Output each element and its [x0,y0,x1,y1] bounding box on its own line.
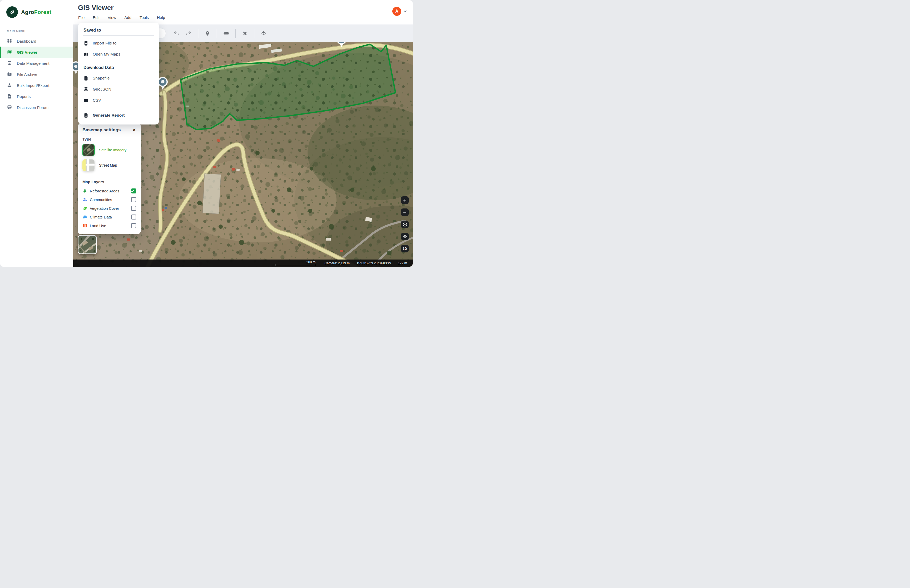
sidebar-item-label: Bulk Import/Export [17,83,49,88]
compass-button[interactable] [401,221,409,228]
scale-bar-bracket [275,264,316,266]
zoom-out-button[interactable] [401,208,409,216]
coordinates: 15°03'59"N 23°34'03"W [357,262,391,265]
avatar[interactable]: A [392,7,401,16]
layer-climate-data[interactable]: Climate Data [82,213,136,221]
menu-item-generate-report[interactable]: Generate Report [84,110,154,121]
page-title: GIS Viewer [78,4,113,12]
sidebar-item-discussion-forum[interactable]: Discussion Forum [0,102,73,113]
basemap-type-street[interactable]: Street Map [82,159,136,171]
plus-icon [403,198,407,202]
menu-help[interactable]: Help [157,15,165,20]
add-pin-button[interactable] [202,28,212,39]
layers-button[interactable] [259,28,268,39]
pin-icon [205,31,210,36]
menu-edit[interactable]: Edit [93,15,100,20]
sidebar-item-gis-viewer[interactable]: GIS Viewer [0,47,73,58]
leaf-icon [82,206,87,211]
menu-item-geojson[interactable]: GeoJSON [84,84,154,95]
chat-icon [7,105,12,110]
draw-tools-button[interactable] [240,28,250,39]
checkbox-climate-data[interactable] [131,215,136,220]
satellite-thumbnail[interactable] [82,144,95,156]
menu-add[interactable]: Add [124,15,131,20]
locate-icon [402,234,407,239]
file-menu-dropdown: Saved to Import File to Open My Maps Dow… [78,23,159,124]
layer-vegetation-cover[interactable]: Vegetation Cover [82,204,136,213]
map-controls: 3D [401,196,409,252]
layers-icon [261,31,267,36]
map-icon [84,52,89,57]
menu-item-import-file[interactable]: Import File to [84,38,154,49]
scale-label: 200 m [306,260,315,264]
street-map-thumbnail[interactable] [82,159,95,171]
menu-item-open-my-maps[interactable]: Open My Maps [84,49,154,60]
undo-button[interactable] [171,28,181,39]
street-map-label: Street Map [99,163,117,167]
cloud-icon [82,215,87,220]
folder-archive-icon [7,72,12,77]
upload-icon [7,82,12,88]
sidebar-item-bulk-import-export[interactable]: Bulk Import/Export [0,80,73,91]
redo-button[interactable] [184,28,194,39]
layer-reforested-areas[interactable]: Reforested Areas [82,187,136,195]
zoom-in-button[interactable] [401,196,409,204]
camera-altitude: Camera: 2,119 m [324,262,350,265]
panel-title: Basemap settings [82,128,121,132]
menu-tools[interactable]: Tools [139,15,149,20]
account-menu[interactable]: A [392,7,407,16]
satellite-label: Satellite Imagery [99,148,126,152]
menu-item-label: Open My Maps [93,52,120,57]
design-tools-icon [242,31,248,36]
file-menu-section-saved-to: Saved to [84,27,154,35]
brand-logo: AgroForest [0,0,73,24]
tree-icon [82,189,87,194]
layers-section-label: Map Layers [82,179,136,184]
menu-item-shapefile[interactable]: Shapefile [84,73,154,84]
toolbar-divider [217,29,217,38]
menu-bar: File Edit View Add Tools Help [78,15,165,20]
menu-item-label: GeoJSON [93,87,112,92]
sidebar-item-dashboard[interactable]: Dashboard [0,36,73,47]
school-marker-partial-top[interactable] [336,42,347,49]
locate-button[interactable] [401,233,409,240]
check-icon [131,189,134,193]
sidebar-section-label: MAIN MENU [7,30,73,33]
table-grid-icon [84,98,89,103]
layer-communities[interactable]: Communities [82,195,136,204]
minimap-thumbnail[interactable] [78,235,97,254]
close-icon[interactable]: ✕ [132,128,136,132]
view-3d-button[interactable]: 3D [401,245,409,252]
compass-icon [402,222,407,227]
menu-view[interactable]: View [108,15,116,20]
panel-divider [82,175,136,175]
sidebar-item-reports[interactable]: Reports [0,91,73,102]
chevron-down-icon [403,10,407,13]
menu-item-label: Generate Report [93,113,124,118]
measure-button[interactable] [221,28,231,39]
elevation: 172 m [398,262,407,265]
file-menu-section-download: Download Data [84,62,154,73]
basemap-type-satellite[interactable]: Satellite Imagery [82,144,136,156]
dashboard-grid-icon [7,39,12,44]
redo-icon [186,31,192,36]
checkbox-reforested-areas[interactable] [131,189,136,194]
menu-item-csv[interactable]: CSV [84,95,154,106]
map-icon [7,50,12,55]
sidebar-item-label: Reports [17,94,31,99]
layer-land-use[interactable]: Land Use [82,221,136,230]
app-window: AgroForest MAIN MENU Dashboard GIS Viewe… [0,0,413,267]
sidebar-item-label: File Archive [17,72,37,77]
sidebar-item-label: Data Management [17,61,49,66]
report-chart-icon [84,113,89,118]
sidebar-item-data-management[interactable]: Data Management [0,58,73,69]
basemap-settings-panel: Basemap settings ✕ Type Satellite Imager… [78,123,141,234]
undo-icon [173,31,179,36]
checkbox-communities[interactable] [131,197,136,202]
scale-bar: 200 m [275,260,316,266]
checkbox-vegetation-cover[interactable] [131,206,136,211]
menu-file[interactable]: File [78,15,84,20]
sidebar-item-file-archive[interactable]: File Archive [0,69,73,80]
checkbox-land-use[interactable] [131,223,136,228]
file-import-icon [84,41,89,46]
